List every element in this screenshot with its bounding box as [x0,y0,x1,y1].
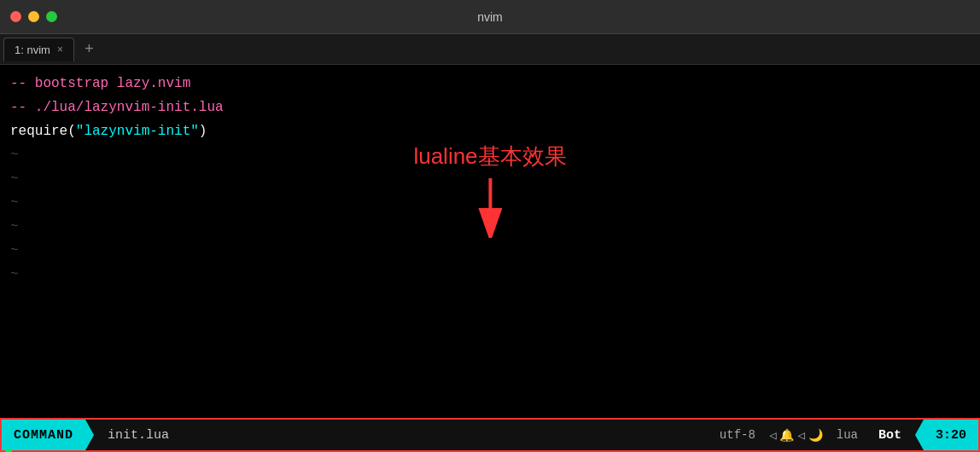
bell-icon: 🔔 [779,428,794,443]
tab-add-button[interactable]: + [79,41,99,58]
code-line-2: -- ./lua/lazynvim-init.lua [0,96,980,119]
window-title: nvim [477,10,503,24]
annotation-text: lualine基本效果 [413,142,566,171]
tab-label: 1: nvim [15,43,50,56]
tab-close-icon[interactable]: × [57,43,63,55]
status-scroll: Bot [868,420,912,450]
tilde-line-5: ~ [0,239,980,263]
title-bar: nvim [0,0,980,34]
code-line-1: -- bootstrap lazy.nvim [0,72,980,96]
status-icons: ◁ 🔔 ◁ 🌙 [766,428,826,443]
status-position: 3:20 [915,420,978,450]
traffic-lights [10,11,57,22]
close-button[interactable] [10,11,21,22]
editor-area[interactable]: -- bootstrap lazy.nvim -- ./lua/lazynvim… [0,65,980,418]
tab-bar: 1: nvim × + [0,34,980,65]
status-filetype: lua [830,428,865,442]
moon-icon: 🌙 [808,428,823,443]
chevron-left-icon: ◁ [769,428,776,443]
tab-nvim[interactable]: 1: nvim × [3,38,74,61]
minimize-button[interactable] [28,11,39,22]
maximize-button[interactable] [46,11,57,22]
mode-indicator: COMMAND [2,420,94,450]
string-value: "lazynvim-init" [76,124,199,139]
comment-text-1: -- bootstrap lazy.nvim [10,76,190,91]
status-filename: init.lua [94,428,183,443]
tilde-line-6: ~ [0,263,980,287]
code-line-3: require("lazynvim-init") [0,119,980,143]
status-encoding: utf-8 [713,428,762,442]
annotation: lualine基本效果 [413,142,566,238]
status-right: utf-8 ◁ 🔔 ◁ 🌙 lua Bot 3:20 [713,420,978,450]
annotation-arrow-icon [473,178,507,238]
comment-text-2: -- ./lua/lazynvim-init.lua [10,100,224,115]
status-left: COMMAND init.lua [2,420,183,450]
paren-close: ) [199,124,207,139]
status-bar: COMMAND init.lua utf-8 ◁ 🔔 ◁ 🌙 lua Bot 3… [0,418,980,452]
chevron-left-icon-2: ◁ [797,428,804,443]
keyword-require: require( [10,124,76,139]
